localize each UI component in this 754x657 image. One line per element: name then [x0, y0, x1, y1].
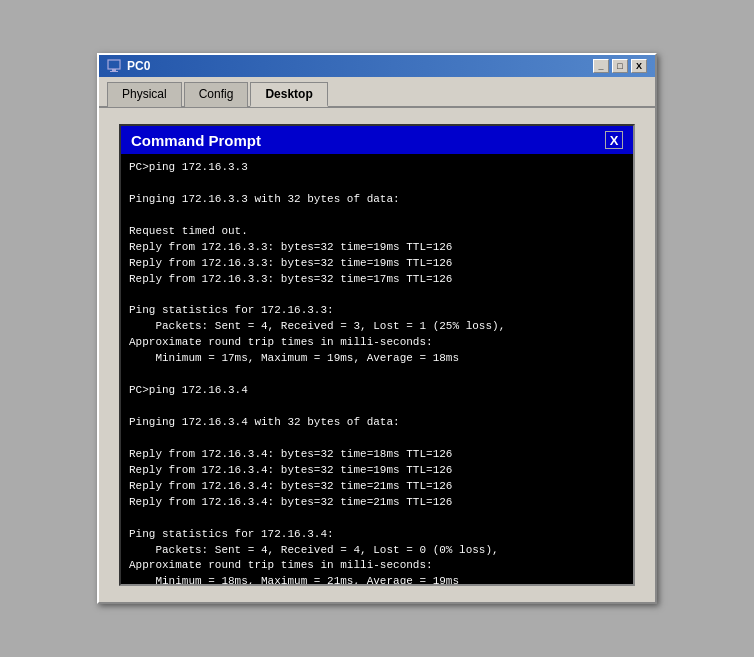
svg-rect-1 — [112, 69, 116, 71]
cmd-window: Command Prompt X PC>ping 172.16.3.3 Ping… — [119, 124, 635, 586]
tab-config[interactable]: Config — [184, 82, 249, 107]
title-bar: PC0 _ □ X — [99, 55, 655, 77]
main-window: PC0 _ □ X Physical Config Desktop Comman… — [97, 53, 657, 604]
window-close-button[interactable]: X — [631, 59, 647, 73]
title-bar-left: PC0 — [107, 59, 150, 73]
content-area: Command Prompt X PC>ping 172.16.3.3 Ping… — [99, 108, 655, 602]
tab-physical[interactable]: Physical — [107, 82, 182, 107]
cmd-close-button[interactable]: X — [605, 131, 623, 149]
tab-desktop[interactable]: Desktop — [250, 82, 327, 107]
cmd-title: Command Prompt — [131, 132, 261, 149]
svg-rect-0 — [108, 60, 120, 69]
cmd-title-bar: Command Prompt X — [121, 126, 633, 154]
cmd-output[interactable]: PC>ping 172.16.3.3 Pinging 172.16.3.3 wi… — [121, 154, 633, 584]
window-title: PC0 — [127, 59, 150, 73]
minimize-button[interactable]: _ — [593, 59, 609, 73]
tab-bar: Physical Config Desktop — [99, 77, 655, 108]
maximize-button[interactable]: □ — [612, 59, 628, 73]
pc-icon — [107, 59, 121, 73]
title-controls: _ □ X — [593, 59, 647, 73]
svg-rect-2 — [110, 71, 118, 72]
